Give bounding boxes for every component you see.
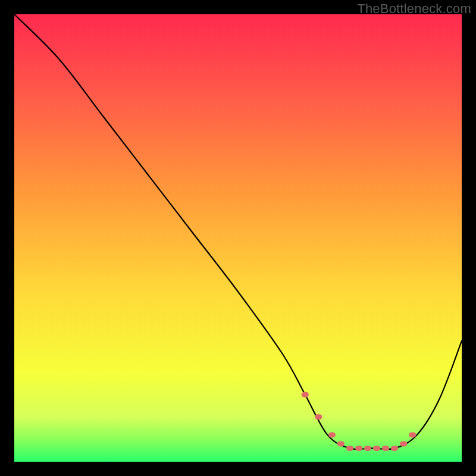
optimal-marker <box>373 446 380 451</box>
chart-container: TheBottleneck.com <box>0 0 476 476</box>
optimal-marker <box>315 414 322 419</box>
bottleneck-chart <box>0 0 476 476</box>
optimal-marker <box>302 392 309 397</box>
optimal-marker <box>409 432 416 437</box>
optimal-marker <box>337 441 345 446</box>
optimal-marker <box>346 446 353 451</box>
optimal-marker <box>328 432 336 437</box>
optimal-marker <box>355 446 362 451</box>
optimal-marker <box>400 441 407 446</box>
watermark-label: TheBottleneck.com <box>357 1 471 17</box>
optimal-marker <box>382 446 389 451</box>
plot-area <box>14 14 462 462</box>
optimal-marker <box>364 446 371 451</box>
optimal-marker <box>391 446 398 451</box>
